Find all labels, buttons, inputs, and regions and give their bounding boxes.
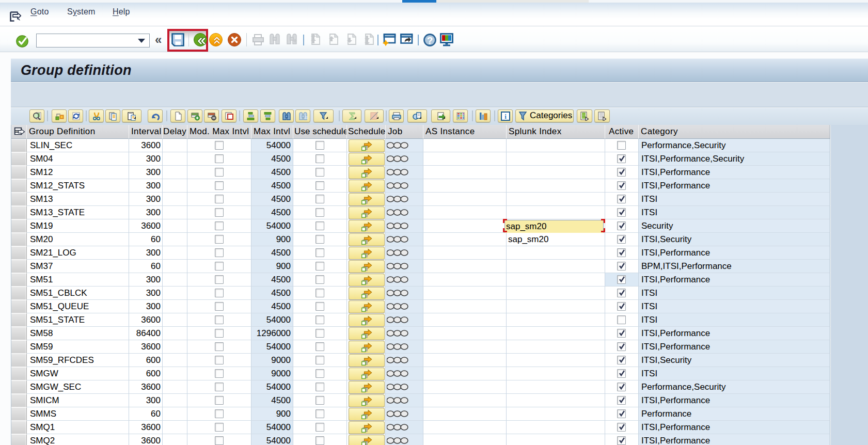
svg-text:?: ? <box>427 35 433 46</box>
svg-text:i: i <box>504 113 507 120</box>
